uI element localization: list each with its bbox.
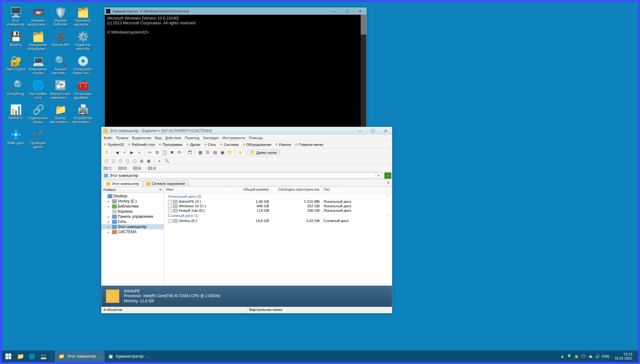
col-size[interactable]: Общий размер	[228, 186, 271, 193]
tree-item[interactable]: ▸Панель управления	[101, 214, 164, 219]
tab[interactable]: Этот компьютер	[103, 181, 143, 186]
checkbox[interactable]	[168, 200, 172, 203]
expand-arrow-icon[interactable]: ▸	[108, 205, 111, 208]
drive-shortcut[interactable]: D:	[118, 166, 128, 170]
copy-button[interactable]: ⧉	[154, 149, 160, 156]
tray-shield-icon[interactable]: ⛊	[567, 354, 572, 359]
expand-arrow-icon[interactable]: ▸	[108, 200, 111, 203]
start-button[interactable]	[2, 351, 15, 362]
drive-shortcut[interactable]: E:	[133, 166, 142, 170]
properties-button[interactable]: 🗔	[187, 149, 193, 156]
menu-item[interactable]: Правка	[116, 136, 128, 140]
desktop-icon[interactable]: 🗂️Просмотр журнала…	[72, 6, 93, 26]
desktop-icon[interactable]: 🗂️Инициализ оборудова…	[28, 30, 49, 51]
address-input[interactable]: Этот компьютер ▾	[102, 172, 383, 178]
tree-item[interactable]: Desktop	[101, 194, 164, 199]
expand-arrow-icon[interactable]: ▸	[108, 225, 111, 229]
desktop-icon[interactable]: 📊HWiNFO	[5, 103, 26, 124]
taskbar-pinned-network[interactable]: 🌐	[26, 351, 38, 362]
checkbox[interactable]	[168, 204, 172, 208]
desktop-icon[interactable]: 🔐Disk Cryptor	[5, 54, 26, 75]
tree-item[interactable]: Корзина	[101, 209, 164, 214]
tray-volume-icon[interactable]: 🔊	[595, 354, 600, 359]
desktop-icon[interactable]: 🔎Everything	[5, 79, 26, 99]
taskbar-app-button[interactable]: ▣Администратор: …	[105, 351, 153, 362]
tray-app-icon[interactable]: ▣	[574, 354, 579, 359]
tray-monitor-icon[interactable]: 🖵	[581, 354, 586, 359]
new-folder-button[interactable]: 📁	[227, 149, 233, 156]
col-free[interactable]: Свободно пространства	[271, 186, 322, 193]
close-button[interactable]: ✕	[379, 127, 392, 135]
tree-item[interactable]: ▸Сеть	[101, 219, 164, 224]
cut-button[interactable]: ✂	[147, 149, 153, 156]
maximize-button[interactable]: ☐	[341, 8, 354, 15]
favorite-link[interactable]: ★Рабочий стол	[127, 142, 155, 147]
desktop-icon[interactable]: 📁Выбор автономно…	[50, 103, 71, 124]
tray-show-hidden-icon[interactable]: ▲	[560, 354, 565, 359]
menu-item[interactable]: Переход	[185, 136, 199, 140]
desktop-icon[interactable]: 🧰Установка драйвер…	[72, 79, 93, 99]
desktop-icon[interactable]: 🔗Подключить буквы всех…	[28, 103, 49, 124]
favorite-link[interactable]: ★Сеть	[204, 142, 216, 147]
drive-row[interactable]: AdminPE (X:)1,00 GB1 015 MBЛокальный дис…	[164, 199, 392, 204]
drive-shortcut[interactable]: X:	[148, 166, 157, 170]
view-small-icon[interactable]: ▦	[197, 149, 204, 156]
desktop-icon[interactable]: 🔍Анализ системн…	[50, 54, 71, 75]
drive-row[interactable]: Windows 10 (C:)446 GB352 GBЛокальный дис…	[164, 204, 392, 208]
favorite-link[interactable]: ★Главное меню	[294, 142, 323, 147]
tool-icon[interactable]: ▣	[139, 158, 144, 164]
close-panel-button[interactable]: ✕	[159, 187, 162, 192]
tool-icon[interactable]: ▢	[110, 158, 116, 164]
close-tab-button[interactable]: ✕	[387, 180, 390, 185]
star-button[interactable]: ★	[237, 149, 244, 156]
menu-item[interactable]: Помощь	[249, 136, 263, 140]
favorite-link[interactable]: ★Программы	[158, 142, 182, 147]
tool-icon[interactable]: ▢	[117, 158, 123, 164]
cmd-output[interactable]: Microsoft Windows [Version 10.0.10240] (…	[105, 15, 366, 127]
tree-item[interactable]: ▸СИСТЕМА	[101, 229, 164, 234]
favorite-link[interactable]: ★Разное	[275, 142, 291, 147]
menu-item[interactable]: Инструменты	[222, 136, 245, 140]
tool-icon[interactable]: ▢	[103, 158, 109, 164]
address-dropdown[interactable]: ▾	[376, 174, 381, 177]
minimize-button[interactable]: —	[328, 8, 341, 15]
expand-arrow-icon[interactable]: ▸	[108, 215, 111, 218]
checkbox[interactable]	[168, 219, 172, 223]
taskbar-app-button[interactable]: 📁Этот компьютер …	[55, 351, 105, 362]
view-details-icon[interactable]: ▤	[212, 149, 218, 156]
menu-item[interactable]: Вид	[155, 136, 162, 140]
tree-item[interactable]: ▸Библиотеки	[101, 204, 164, 209]
favorite-link[interactable]: ★Система	[219, 142, 238, 147]
checkbox[interactable]	[168, 209, 172, 212]
favorite-link[interactable]: ★System32	[103, 142, 124, 147]
menu-item[interactable]: Закладки	[203, 136, 219, 140]
favorite-link[interactable]: ★Оборудование	[242, 142, 271, 147]
taskbar-pinned-net2[interactable]: 💻	[38, 351, 49, 362]
desktop-icon[interactable]: ➕Victoria API	[50, 30, 71, 51]
desktop-icon[interactable]: 🌐Настройка сети	[28, 79, 49, 99]
dropdown-icon[interactable]: ▾	[121, 149, 128, 156]
clock[interactable]: 13:13 16.01.2021	[612, 352, 636, 360]
expand-arrow-icon[interactable]: ▸	[108, 230, 111, 234]
view-large-icon[interactable]: ▣	[219, 149, 226, 156]
paste-button[interactable]: 📋	[161, 149, 168, 156]
desktop-icon[interactable]: 💾Bootice	[5, 30, 26, 51]
desktop-icon[interactable]: 🛡️Shadow Defender	[50, 6, 71, 26]
col-name[interactable]: Имя	[164, 186, 228, 193]
desktop-icon[interactable]: ↩️Вернуть все извлечен…	[50, 79, 71, 99]
drive-row[interactable]: Новый том (D:)119 GB106 GBЛокальный диск	[164, 208, 392, 213]
go-button[interactable]: →	[384, 172, 391, 179]
desktop-icon[interactable]: 📼Извлечь загрузочны…	[28, 6, 49, 26]
desktop-icon[interactable]: ⚙️Редактор реестра	[72, 30, 93, 51]
tree-item[interactable]: ▸Ventoy (E:)	[101, 199, 164, 204]
delete-button[interactable]: ✖	[169, 149, 175, 156]
taskbar-pinned-explorer[interactable]: 📁	[15, 351, 26, 362]
back-button[interactable]: ◀	[114, 149, 120, 156]
col-type[interactable]: Тип ˆ	[322, 186, 392, 193]
desktop-icon[interactable]: 🖨️Устройства автономно…	[72, 103, 93, 124]
refresh-button[interactable]: ⟳	[176, 149, 182, 156]
tool-icon[interactable]: ▣	[146, 158, 151, 164]
forward-button[interactable]: ▶	[129, 149, 135, 156]
menu-item[interactable]: Файл	[103, 136, 112, 140]
tool-icon[interactable]: ▢	[132, 158, 137, 164]
